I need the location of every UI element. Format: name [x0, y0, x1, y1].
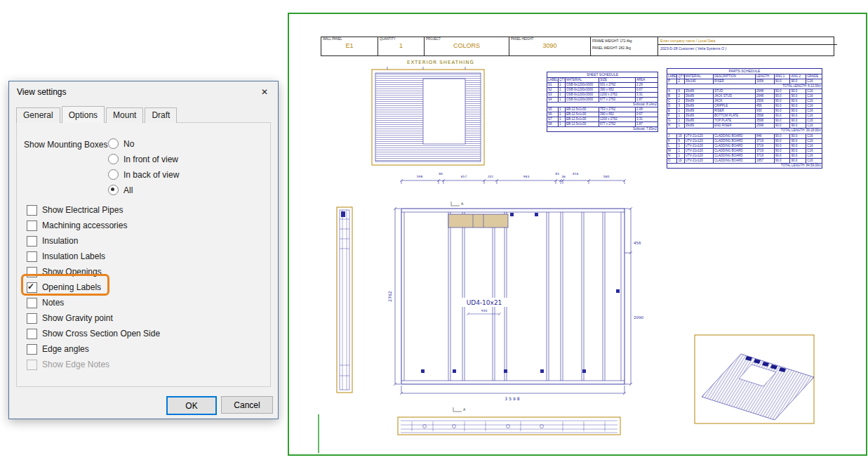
checkbox-label: Show Electrical Pipes	[42, 205, 123, 215]
dim-right-top: 456	[634, 241, 641, 245]
sheathing-view-title: EXTERIOR SHEATHING	[407, 60, 474, 65]
radio-label: All	[123, 185, 133, 195]
checkbox-label: Machining accessories	[42, 221, 127, 230]
checkbox-edge-angles[interactable]: Edge angles	[27, 341, 160, 357]
side-edge-view	[337, 207, 352, 393]
sheet-schedule-title: SHEET SCHEDULE	[547, 72, 658, 78]
checkbox-list: Show Electrical Pipes Machining accessor…	[27, 202, 160, 372]
checkbox-show-gravity-point[interactable]: Show Gravity point	[27, 310, 160, 326]
mounting-boxes	[421, 213, 620, 373]
options-tab-panel: Show Mounting Boxes No In front of view …	[16, 122, 271, 387]
checkbox-insulation-labels[interactable]: Insulation Labels	[27, 249, 160, 264]
checkbox-label: Insulation	[42, 236, 78, 246]
tab-options[interactable]: Options	[62, 106, 105, 123]
checkbox-box[interactable]	[27, 298, 37, 308]
ok-button[interactable]: OK	[166, 396, 217, 415]
checkbox-box[interactable]	[27, 236, 37, 247]
checkbox-box-disabled	[27, 360, 37, 370]
title-block-wall-panel: WALL PANEL E1	[321, 37, 378, 55]
frame-dimensions: 2762 456 2090 3598 A A	[387, 202, 643, 412]
title-block-company: Enter company name / Local Data 2023-D-2…	[658, 37, 837, 55]
title-block: WALL PANEL E1 QUANTITY 1 PROJECT COLORS …	[321, 37, 834, 56]
section-marker-top: A	[461, 202, 464, 206]
dim-left: 2762	[387, 291, 392, 301]
checkbox-show-cross-section-open-side[interactable]: Show Cross Section Open Side	[27, 326, 160, 341]
cad-viewport: EXTERIOR SHEATHING 598 84 657 201 943 83…	[288, 13, 867, 456]
tab-general[interactable]: General	[16, 107, 60, 123]
checkbox-machining-accessories[interactable]: Machining accessories	[27, 218, 160, 233]
panel-height-value: 3090	[509, 41, 590, 51]
opening-label: UD4-10x21	[467, 299, 502, 306]
checkbox-insulation[interactable]: Insulation	[27, 233, 160, 249]
dim-top-4: 943	[523, 175, 530, 178]
dim-right-bottom: 2090	[634, 315, 643, 320]
checkbox-box[interactable]	[27, 329, 37, 339]
company-line: Enter company name / Local Data	[658, 37, 837, 45]
dialog-title: View settings	[17, 87, 66, 97]
checkbox-box[interactable]	[27, 221, 37, 231]
checkbox-box[interactable]	[27, 313, 37, 324]
checkbox-box-checked[interactable]	[27, 282, 37, 293]
checkbox-box[interactable]	[27, 251, 37, 262]
checkbox-label: Show Openings	[42, 267, 102, 277]
radio-circle[interactable]	[108, 154, 119, 164]
title-block-panel-height: PANEL HEIGHT 3090	[509, 37, 591, 55]
cancel-button[interactable]: Cancel	[221, 396, 273, 414]
tab-mount[interactable]: Mount	[106, 107, 143, 123]
tab-draft[interactable]: Draft	[145, 107, 177, 123]
radio-label: In front of view	[123, 155, 178, 164]
checkbox-label: Show Gravity point	[42, 313, 113, 323]
checkbox-label: Insulation Labels	[42, 251, 105, 261]
dim-top-3: 201	[488, 175, 494, 178]
top-dimension-chain: 598 84 657 201 943 83 36 416 580	[400, 172, 626, 184]
dim-top-2: 657	[461, 175, 467, 178]
radio-circle[interactable]	[108, 138, 119, 149]
radio-label: No	[123, 139, 134, 149]
parts-schedule-title: PARTS SCHEDULE	[667, 69, 822, 74]
dim-bottom: 3598	[505, 396, 521, 401]
dim-top-6: 36	[561, 175, 566, 178]
close-icon[interactable]: ✕	[252, 82, 277, 102]
checkbox-opening-labels[interactable]: Opening Labels	[27, 280, 160, 295]
isometric-view	[695, 335, 814, 423]
checkbox-show-electrical-pipes[interactable]: Show Electrical Pipes	[27, 202, 160, 218]
parts-schedule-table: PARTS SCHEDULE LABEL QTY MATERIAL DESCRI…	[667, 68, 822, 169]
radio-circle-selected[interactable]	[108, 185, 119, 195]
checkbox-box[interactable]	[27, 267, 37, 277]
quantity-value: 1	[378, 41, 424, 51]
panel-weight: PANEL WEIGHT: 282.3kg	[591, 44, 657, 51]
radio-in-front-of-view[interactable]: In front of view	[108, 154, 178, 164]
dim-top-5: 83	[555, 172, 559, 176]
dim-top-7: 416	[573, 172, 579, 176]
mounting-boxes-label: Show Mounting Boxes	[24, 140, 107, 150]
checkbox-label: Edge angles	[42, 344, 89, 354]
radio-in-back-of-view[interactable]: In back of view	[108, 169, 179, 180]
checkbox-label: Notes	[42, 298, 64, 308]
checkbox-notes[interactable]: Notes	[27, 295, 160, 310]
dim-top-0: 598	[417, 175, 423, 178]
dialog-titlebar[interactable]: View settings	[9, 81, 278, 103]
opening-width-dim: 930	[481, 309, 488, 313]
radio-no[interactable]: No	[108, 138, 134, 149]
radio-all[interactable]: All	[108, 185, 133, 195]
customer-line: 2023-D-28 Customer ( Velia Systems O )	[658, 45, 837, 51]
sheathing-view: EXTERIOR SHEATHING	[372, 60, 484, 165]
bottom-plan-view	[398, 417, 620, 435]
checkbox-label: Show Cross Section Open Side	[42, 329, 160, 339]
checkbox-label: Opening Labels	[42, 282, 101, 292]
title-block-weights: FRAME WEIGHT: 172.4kg PANEL WEIGHT: 282.…	[591, 37, 658, 55]
checkbox-label: Show Edge Notes	[42, 360, 109, 369]
radio-circle[interactable]	[108, 169, 119, 180]
sheet-schedule-table: SHEET SCHEDULE LABEL QTY MATERIAL SIZE A…	[547, 72, 657, 132]
tab-strip: General Options Mount Draft	[16, 107, 178, 123]
view-settings-dialog: View settings ✕ General Options Mount Dr…	[8, 81, 279, 419]
frame-elevation-view: UD4-10x21 930	[401, 209, 625, 384]
checkbox-box[interactable]	[27, 205, 37, 216]
dim-top-1: 84	[439, 172, 443, 176]
dim-top-8: 580	[603, 175, 610, 178]
project-value: COLORS	[425, 41, 509, 51]
checkbox-show-openings[interactable]: Show Openings	[27, 264, 160, 280]
checkbox-box[interactable]	[27, 344, 37, 355]
section-marker-bottom: A	[463, 407, 466, 412]
title-block-project: PROJECT COLORS	[425, 37, 509, 55]
